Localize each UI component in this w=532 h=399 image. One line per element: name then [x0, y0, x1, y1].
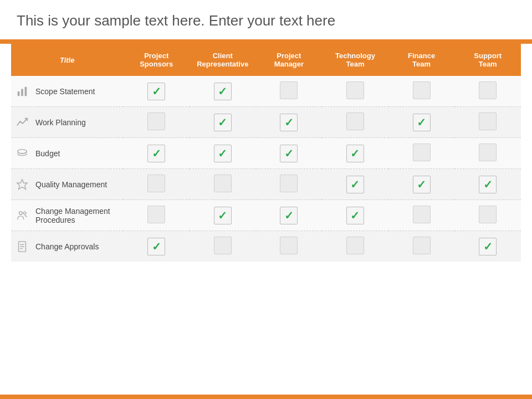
check-box-empty [413, 81, 431, 99]
check-box-empty [413, 206, 431, 223]
check-cell-5-2 [256, 231, 323, 262]
check-cell-1-0 [123, 107, 190, 138]
trend-icon [14, 115, 30, 130]
check-box-empty [479, 81, 497, 99]
col-header-project-manager: ProjectManager [256, 44, 323, 76]
table-row: Quality Management [11, 169, 521, 200]
check-box-checked [214, 145, 232, 162]
check-box-checked [413, 114, 431, 131]
check-box-checked [214, 83, 232, 100]
header-title: This is your sample text here. Enter you… [0, 0, 532, 39]
check-cell-4-4 [388, 200, 455, 231]
check-cell-1-3 [322, 107, 388, 138]
col-header-title: Title [11, 44, 123, 76]
check-cell-1-4 [388, 107, 455, 138]
check-cell-5-5 [454, 231, 521, 262]
check-box-checked [479, 238, 497, 255]
check-box-empty [147, 206, 165, 223]
row-label-text: Work Planning [35, 118, 86, 127]
row-label-text: Scope Statement [35, 87, 95, 96]
top-orange-bar [0, 39, 532, 44]
check-box-checked [147, 83, 165, 100]
coin-icon [14, 146, 30, 161]
check-cell-4-0 [123, 200, 190, 231]
people-icon [14, 208, 30, 223]
check-box-checked [346, 207, 364, 224]
check-cell-0-2 [256, 76, 323, 107]
check-cell-1-1 [190, 107, 256, 138]
check-box-empty [346, 112, 364, 130]
check-box-checked [413, 176, 431, 193]
row-label-text: Quality Management [35, 180, 107, 189]
check-cell-5-1 [190, 231, 256, 262]
col-header-client-rep: ClientRepresentative [190, 44, 256, 76]
check-cell-2-1 [190, 138, 256, 169]
row-label-cell-5: Change Approvals [11, 231, 123, 262]
check-box-checked [479, 176, 497, 193]
check-cell-1-2 [256, 107, 323, 138]
check-cell-2-5 [454, 138, 521, 169]
check-box-checked [147, 145, 165, 162]
check-box-checked [280, 145, 298, 162]
row-label-cell-1: Work Planning [11, 107, 123, 138]
table-row: Budget [11, 138, 521, 169]
svg-point-5 [19, 211, 23, 214]
check-cell-0-3 [322, 76, 388, 107]
check-cell-3-3 [322, 169, 388, 200]
check-cell-0-4 [388, 76, 455, 107]
check-cell-4-2 [256, 200, 323, 231]
check-cell-5-0 [123, 231, 190, 262]
star-icon [14, 177, 30, 192]
check-cell-2-0 [123, 138, 190, 169]
check-cell-1-5 [454, 107, 521, 138]
check-box-empty [413, 144, 431, 161]
col-header-support-team: SupportTeam [454, 44, 521, 76]
svg-rect-0 [18, 91, 20, 96]
check-cell-0-0 [123, 76, 190, 107]
document-icon [14, 239, 30, 254]
svg-rect-1 [21, 89, 23, 96]
col-header-project-sponsors: ProjectSponsors [123, 44, 190, 76]
check-box-empty [479, 144, 497, 161]
table-row: Change Management Procedures [11, 200, 521, 231]
check-cell-3-5 [454, 169, 521, 200]
row-label-text: Budget [35, 149, 60, 158]
check-box-empty [479, 206, 497, 223]
check-cell-4-1 [190, 200, 256, 231]
table-container: Title ProjectSponsors ClientRepresentati… [0, 44, 532, 395]
bottom-orange-bar [0, 395, 532, 399]
svg-rect-2 [25, 86, 27, 96]
check-cell-4-3 [322, 200, 388, 231]
check-box-checked [346, 176, 364, 193]
page-container: This is your sample text here. Enter you… [0, 0, 532, 399]
check-box-empty [280, 175, 298, 192]
row-label-cell-3: Quality Management [11, 169, 123, 200]
row-label-text: Change Management Procedures [35, 207, 119, 224]
check-box-checked [346, 145, 364, 162]
table-row: Change Approvals [11, 231, 521, 262]
row-label-cell-0: Scope Statement [11, 76, 123, 107]
check-cell-3-0 [123, 169, 190, 200]
svg-point-6 [23, 212, 26, 214]
bar-chart-icon [14, 84, 30, 99]
check-cell-3-1 [190, 169, 256, 200]
check-box-empty [413, 237, 431, 254]
check-cell-2-4 [388, 138, 455, 169]
check-box-checked [280, 207, 298, 224]
check-box-checked [147, 238, 165, 255]
check-box-checked [214, 207, 232, 224]
check-cell-5-3 [322, 231, 388, 262]
check-box-checked [280, 114, 298, 131]
col-header-finance-team: FinanceTeam [388, 44, 455, 76]
check-box-empty [147, 112, 165, 130]
check-box-empty [280, 237, 298, 254]
check-box-checked [214, 114, 232, 131]
svg-marker-4 [17, 179, 27, 188]
check-cell-2-2 [256, 138, 323, 169]
row-label-cell-4: Change Management Procedures [11, 200, 123, 231]
check-box-empty [346, 237, 364, 254]
check-box-empty [280, 81, 298, 99]
check-cell-3-4 [388, 169, 455, 200]
check-box-empty [147, 175, 165, 192]
raci-table: Title ProjectSponsors ClientRepresentati… [11, 44, 521, 262]
